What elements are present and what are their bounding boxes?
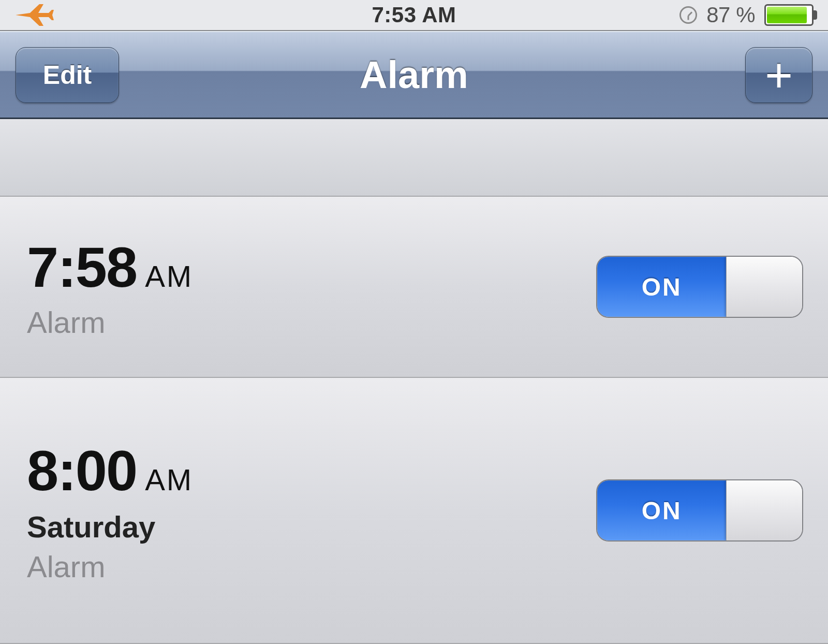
page-title: Alarm (360, 53, 468, 97)
screen: 7:53 AM 87 % Edit Alarm + 7:58 AM Alarm (0, 0, 828, 644)
alarm-toggle[interactable]: ON (596, 479, 803, 541)
alarm-ampm: AM (145, 462, 193, 497)
battery-percentage: 87 % (706, 3, 755, 27)
alarm-ampm: AM (145, 259, 193, 294)
alarm-label: Alarm (27, 305, 193, 340)
toggle-thumb (726, 480, 802, 540)
alarm-label: Alarm (27, 549, 193, 584)
alarm-row[interactable]: 7:58 AM Alarm ON (0, 197, 828, 378)
status-right: 87 % (679, 3, 814, 27)
alarm-list: 7:58 AM Alarm ON 8:00 AM Saturday Alarm (0, 119, 828, 644)
status-left (14, 2, 54, 28)
alarm-time-line: 7:58 AM (27, 234, 193, 300)
nav-bar: Edit Alarm + (0, 31, 828, 119)
status-bar: 7:53 AM 87 % (0, 0, 828, 31)
alarm-time-line: 8:00 AM (27, 437, 193, 503)
alarm-row[interactable]: 8:00 AM Saturday Alarm ON (0, 378, 828, 644)
edit-button[interactable]: Edit (16, 47, 119, 103)
airplane-mode-icon (14, 2, 54, 28)
add-alarm-button[interactable]: + (745, 47, 812, 103)
toggle-thumb (726, 257, 802, 317)
alarm-repeat: Saturday (27, 509, 193, 544)
battery-icon (764, 4, 814, 26)
alarm-indicator-icon (679, 6, 697, 24)
alarm-time: 7:58 (27, 234, 137, 300)
battery-fill (767, 7, 807, 23)
alarm-info: 8:00 AM Saturday Alarm (27, 437, 193, 584)
alarm-toggle[interactable]: ON (596, 256, 803, 318)
toggle-on-label: ON (597, 257, 726, 317)
alarm-time: 8:00 (27, 437, 137, 503)
status-time: 7:53 AM (372, 3, 456, 27)
toggle-on-label: ON (597, 480, 726, 540)
list-spacer (0, 119, 828, 197)
alarm-info: 7:58 AM Alarm (27, 234, 193, 340)
